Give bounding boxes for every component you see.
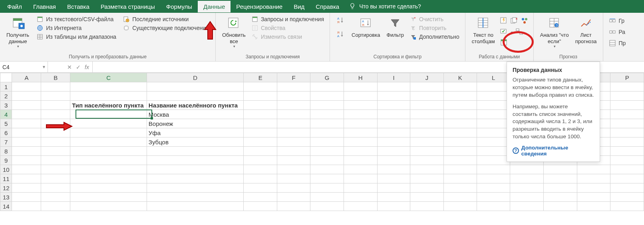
cell-D3[interactable]: Название населённого пункта — [147, 101, 244, 110]
cell-F13[interactable] — [277, 193, 310, 202]
tell-me-search[interactable]: Что вы хотите сделать? — [349, 2, 421, 11]
cell-E4[interactable] — [244, 110, 277, 119]
cell-I4[interactable] — [377, 110, 410, 119]
cell-P13[interactable] — [610, 193, 644, 202]
row-header-7[interactable]: 7 — [0, 137, 12, 147]
cell-C4[interactable] — [70, 110, 147, 119]
cell-C13[interactable] — [70, 193, 147, 202]
cell-K8[interactable] — [443, 147, 477, 156]
sort-asc-button[interactable]: АЯ — [335, 15, 347, 27]
cell-E8[interactable] — [244, 147, 277, 156]
cell-J9[interactable] — [410, 156, 443, 165]
row-header-5[interactable]: 5 — [0, 119, 12, 128]
what-if-button[interactable]: ? Анализ "что если"▾ — [537, 14, 572, 50]
column-header-J[interactable]: J — [410, 73, 443, 82]
cell-G6[interactable] — [310, 128, 344, 137]
cell-I12[interactable] — [377, 183, 410, 193]
cell-D2[interactable] — [147, 92, 244, 101]
cell-H6[interactable] — [344, 128, 378, 137]
cell-I7[interactable] — [377, 137, 410, 147]
cell-N13[interactable] — [544, 193, 577, 202]
cell-C12[interactable] — [70, 183, 147, 193]
get-data-button[interactable]: Получить данные▾ — [3, 14, 32, 50]
cell-B1[interactable] — [41, 82, 70, 92]
cell-H13[interactable] — [344, 193, 378, 202]
row-header-9[interactable]: 9 — [0, 156, 12, 165]
cell-B12[interactable] — [41, 183, 70, 193]
column-header-P[interactable]: P — [610, 73, 644, 82]
cell-C8[interactable] — [70, 147, 147, 156]
cell-I14[interactable] — [377, 202, 410, 211]
cell-B7[interactable] — [41, 137, 70, 147]
cell-G12[interactable] — [310, 183, 344, 193]
cell-J14[interactable] — [410, 202, 443, 211]
cell-P3[interactable] — [610, 101, 644, 110]
cell-A1[interactable] — [12, 82, 41, 92]
menu-tab-вставка[interactable]: Вставка — [62, 1, 95, 12]
cell-I2[interactable] — [377, 92, 410, 101]
cell-J12[interactable] — [410, 183, 443, 193]
cell-D8[interactable] — [147, 147, 244, 156]
cell-N14[interactable] — [544, 202, 577, 211]
cell-G11[interactable] — [310, 174, 344, 183]
cell-I8[interactable] — [377, 147, 410, 156]
subtotal-button[interactable]: Пр — [608, 39, 626, 47]
cell-B4[interactable] — [41, 110, 70, 119]
cell-M10[interactable] — [510, 165, 544, 174]
cell-P11[interactable] — [610, 174, 644, 183]
cell-J10[interactable] — [410, 165, 443, 174]
cell-A11[interactable] — [12, 174, 41, 183]
cell-D9[interactable] — [147, 156, 244, 165]
menu-tab-файл[interactable]: Файл — [2, 1, 28, 12]
sort-button[interactable]: АЯ Сортировка — [348, 14, 383, 39]
cell-A14[interactable] — [12, 202, 41, 211]
queries-connections-button[interactable]: Запросы и подключения — [250, 15, 325, 23]
cell-K14[interactable] — [443, 202, 477, 211]
filter-button[interactable]: Фильтр — [383, 14, 407, 39]
cell-K5[interactable] — [443, 119, 477, 128]
cell-K4[interactable] — [443, 110, 477, 119]
cell-K1[interactable] — [443, 82, 477, 92]
row-header-13[interactable]: 13 — [0, 193, 12, 202]
row-header-14[interactable]: 14 — [0, 202, 12, 211]
row-header-1[interactable]: 1 — [0, 82, 12, 92]
cell-F4[interactable] — [277, 110, 310, 119]
cell-F11[interactable] — [277, 174, 310, 183]
sort-desc-button[interactable]: ЯА — [335, 29, 347, 41]
cell-C6[interactable] — [70, 128, 147, 137]
cell-J2[interactable] — [410, 92, 443, 101]
cell-D11[interactable] — [147, 174, 244, 183]
cell-P6[interactable] — [610, 128, 644, 137]
column-header-I[interactable]: I — [377, 73, 410, 82]
cell-K12[interactable] — [443, 183, 477, 193]
fx-icon[interactable]: fx — [85, 64, 89, 70]
cell-D10[interactable] — [147, 165, 244, 174]
from-table-button[interactable]: Из таблицы или диапазона — [36, 33, 117, 41]
cell-I9[interactable] — [377, 156, 410, 165]
row-header-6[interactable]: 6 — [0, 128, 12, 137]
cell-A10[interactable] — [12, 165, 41, 174]
cell-L6[interactable] — [477, 128, 510, 137]
cell-A2[interactable] — [12, 92, 41, 101]
cell-H11[interactable] — [344, 174, 378, 183]
tooltip-more-link[interactable]: ? Дополнительные сведения — [513, 145, 594, 157]
row-header-3[interactable]: 3 — [0, 101, 12, 110]
cell-P7[interactable] — [610, 137, 644, 147]
name-box[interactable]: C4 ▼ — [0, 62, 48, 72]
select-all-corner[interactable] — [0, 73, 12, 82]
column-header-G[interactable]: G — [310, 73, 344, 82]
properties-button[interactable]: Свойства — [250, 24, 325, 32]
manage-data-model-button[interactable] — [500, 38, 508, 48]
cell-B5[interactable] — [41, 119, 70, 128]
cell-C11[interactable] — [70, 174, 147, 183]
cell-F3[interactable] — [277, 101, 310, 110]
cell-A12[interactable] — [12, 183, 41, 193]
cell-J1[interactable] — [410, 82, 443, 92]
cell-F14[interactable] — [277, 202, 310, 211]
row-header-10[interactable]: 10 — [0, 165, 12, 174]
cell-E12[interactable] — [244, 183, 277, 193]
cell-I13[interactable] — [377, 193, 410, 202]
cell-G9[interactable] — [310, 156, 344, 165]
cell-A6[interactable] — [12, 128, 41, 137]
row-header-2[interactable]: 2 — [0, 92, 12, 101]
